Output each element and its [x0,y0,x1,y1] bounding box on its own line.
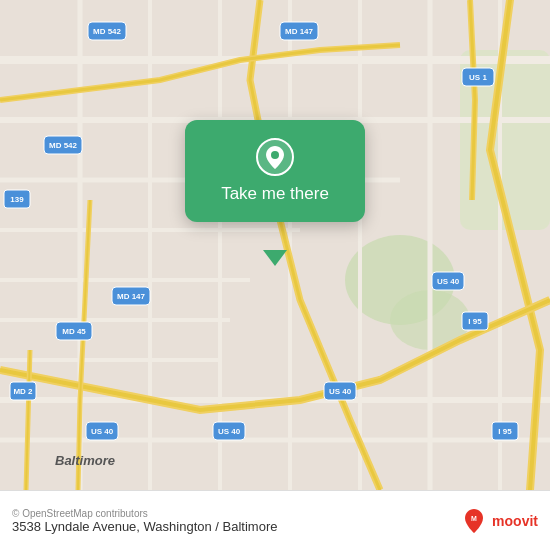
svg-text:US 1: US 1 [469,73,487,82]
svg-text:US 40: US 40 [329,387,352,396]
moovit-text: moovit [492,513,538,529]
take-me-there-label: Take me there [221,184,329,204]
svg-point-52 [271,151,279,159]
svg-text:I 95: I 95 [468,317,482,326]
location-pin-icon [256,138,294,176]
svg-text:MD 45: MD 45 [62,327,86,336]
moovit-logo: M moovit [460,507,538,535]
svg-text:MD 542: MD 542 [93,27,122,36]
svg-text:US 40: US 40 [91,427,114,436]
svg-text:MD 2: MD 2 [13,387,33,396]
svg-text:I 95: I 95 [498,427,512,436]
address-text: 3538 Lyndale Avenue, Washington / Baltim… [12,519,450,534]
copyright-text: © OpenStreetMap contributors [12,508,450,519]
svg-text:M: M [471,515,477,522]
svg-text:MD 542: MD 542 [49,141,78,150]
svg-text:US 40: US 40 [437,277,460,286]
bottom-content: © OpenStreetMap contributors 3538 Lyndal… [12,508,450,534]
svg-text:139: 139 [10,195,24,204]
svg-text:Baltimore: Baltimore [55,453,115,468]
popup-tail [263,250,287,266]
take-me-there-popup[interactable]: Take me there [185,120,365,222]
moovit-icon: M [460,507,488,535]
svg-text:US 40: US 40 [218,427,241,436]
bottom-bar: © OpenStreetMap contributors 3538 Lyndal… [0,490,550,550]
svg-text:MD 147: MD 147 [117,292,146,301]
svg-text:MD 147: MD 147 [285,27,314,36]
map-container: MD 542 MD 147 US 1 MD 542 MD 147 139 MD … [0,0,550,490]
